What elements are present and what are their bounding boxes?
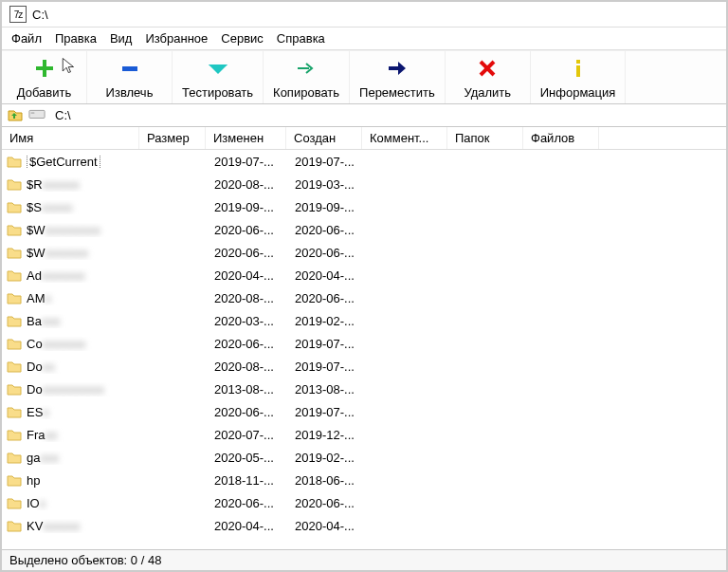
up-folder-button[interactable] xyxy=(8,106,23,124)
folder-icon xyxy=(6,473,23,487)
cell-created: 2019-09-... xyxy=(295,200,371,214)
cell-name: $GetCurrent xyxy=(27,155,148,169)
cell-modified: 2020-06-... xyxy=(214,337,295,351)
cell-created: 2013-08-... xyxy=(295,382,371,397)
cell-modified: 2020-07-... xyxy=(214,428,295,442)
toolbar: Добавить Извлечь Тестировать Копировать xyxy=(2,50,726,104)
info-button[interactable]: Информация xyxy=(531,51,627,103)
add-button[interactable]: Добавить xyxy=(2,51,87,103)
table-row[interactable]: hp2018-11-...2018-06-... xyxy=(2,469,726,491)
cell-name: Fraxx xyxy=(27,428,148,442)
col-comment[interactable]: Коммент... xyxy=(362,127,447,149)
cell-modified: 2020-08-... xyxy=(214,291,295,305)
cell-name: Doxx xyxy=(27,360,148,374)
copy-button[interactable]: Копировать xyxy=(264,51,350,103)
cell-modified: 2013-08-... xyxy=(214,382,295,397)
check-icon xyxy=(207,57,229,83)
cell-modified: 2020-04-... xyxy=(214,519,295,533)
folder-icon xyxy=(6,428,23,441)
table-row[interactable]: $Rxxxxxx2020-08-...2019-03-... xyxy=(2,173,726,195)
cell-name: ESx xyxy=(27,405,148,419)
menu-file[interactable]: Файл xyxy=(11,31,42,46)
cell-created: 2020-04-... xyxy=(295,268,371,283)
table-row[interactable]: KVxxxxxx2020-04-...2020-04-... xyxy=(2,514,726,537)
svg-marker-1 xyxy=(209,65,228,74)
col-created[interactable]: Создан xyxy=(286,127,362,149)
cell-modified: 2020-06-... xyxy=(214,223,295,237)
table-row[interactable]: Coxxxxxxx2020-06-...2019-07-... xyxy=(2,332,726,355)
cell-name: $Wxxxxxxxxx xyxy=(27,223,148,237)
cell-modified: 2020-08-... xyxy=(214,177,295,192)
table-row[interactable]: AMx2020-08-...2020-06-... xyxy=(2,286,726,309)
svg-rect-3 xyxy=(31,112,35,114)
cell-name: Doxxxxxxxxxx xyxy=(27,382,148,397)
move-button[interactable]: Переместить xyxy=(350,51,446,103)
extract-button[interactable]: Извлечь xyxy=(87,51,173,103)
folder-icon xyxy=(6,337,23,350)
folder-icon xyxy=(6,519,23,532)
table-row[interactable]: Doxx2020-08-...2019-07-... xyxy=(2,355,726,378)
folder-icon xyxy=(6,246,23,259)
menu-edit[interactable]: Правка xyxy=(55,31,97,46)
col-size[interactable]: Размер xyxy=(139,127,206,149)
cell-modified: 2020-03-... xyxy=(214,314,295,328)
menu-help[interactable]: Справка xyxy=(277,31,325,46)
cell-name: Adxxxxxxx xyxy=(27,268,148,283)
cell-name: $Rxxxxxx xyxy=(27,177,148,192)
folder-icon xyxy=(6,360,23,373)
cell-name: AMx xyxy=(27,291,148,305)
svg-rect-0 xyxy=(122,66,137,71)
col-files[interactable]: Файлов xyxy=(523,127,599,149)
cell-modified: 2020-08-... xyxy=(214,360,295,374)
cell-created: 2020-06-... xyxy=(295,223,371,237)
drive-icon xyxy=(28,107,46,123)
cell-created: 2019-03-... xyxy=(295,177,371,192)
file-list[interactable]: Имя Размер Изменен Создан Коммент... Пап… xyxy=(2,127,726,549)
cell-modified: 2020-04-... xyxy=(214,268,295,283)
delete-button[interactable]: Удалить xyxy=(446,51,531,103)
cell-modified: 2019-07-... xyxy=(214,155,295,169)
folder-icon xyxy=(6,291,23,304)
menu-tools[interactable]: Сервис xyxy=(221,31,264,46)
minus-icon xyxy=(118,57,141,83)
col-folders[interactable]: Папок xyxy=(447,127,523,149)
move-label: Переместить xyxy=(359,85,435,100)
cell-created: 2019-02-... xyxy=(295,314,371,328)
test-button[interactable]: Тестировать xyxy=(173,51,264,103)
cell-name: $Wxxxxxxx xyxy=(27,246,148,260)
arrow-right-solid-icon xyxy=(386,57,409,83)
cell-name: IOx xyxy=(27,496,148,510)
table-row[interactable]: $Wxxxxxxxxx2020-06-...2020-06-... xyxy=(2,218,726,241)
table-row[interactable]: $GetCurrent2019-07-...2019-07-... xyxy=(2,150,726,173)
folder-icon xyxy=(6,451,23,464)
path-input[interactable]: C:\ xyxy=(51,106,720,124)
table-row[interactable]: Adxxxxxxx2020-04-...2020-04-... xyxy=(2,264,726,286)
folder-icon xyxy=(6,223,23,236)
table-row[interactable]: gaxxx2020-05-...2019-02-... xyxy=(2,446,726,469)
cell-created: 2020-06-... xyxy=(295,246,371,260)
table-row[interactable]: Baxxx2020-03-...2019-02-... xyxy=(2,309,726,332)
table-row[interactable]: IOx2020-06-...2020-06-... xyxy=(2,491,726,514)
col-name[interactable]: Имя xyxy=(2,127,139,149)
cell-created: 2019-07-... xyxy=(295,337,371,351)
folder-icon xyxy=(6,177,23,191)
cell-modified: 2020-06-... xyxy=(214,496,295,510)
cell-created: 2019-12-... xyxy=(295,428,371,442)
table-row[interactable]: Fraxx2020-07-...2019-12-... xyxy=(2,423,726,446)
col-modified[interactable]: Изменен xyxy=(206,127,286,149)
delete-label: Удалить xyxy=(464,85,511,100)
table-row[interactable]: ESx2020-06-...2019-07-... xyxy=(2,400,726,423)
plus-icon xyxy=(33,57,56,83)
window-title: C:\ xyxy=(32,8,48,22)
table-row[interactable]: $Sxxxxx2019-09-...2019-09-... xyxy=(2,195,726,218)
add-label: Добавить xyxy=(17,85,71,100)
menu-view[interactable]: Вид xyxy=(110,31,133,46)
table-row[interactable]: Doxxxxxxxxxx2013-08-...2013-08-... xyxy=(2,378,726,400)
cell-name: hp xyxy=(27,473,148,488)
cell-modified: 2019-09-... xyxy=(214,200,295,214)
menu-favorites[interactable]: Избранное xyxy=(145,31,208,46)
table-row[interactable]: $Wxxxxxxx2020-06-...2020-06-... xyxy=(2,241,726,264)
cell-name: $Sxxxxx xyxy=(27,200,148,214)
titlebar: 7z C:\ xyxy=(2,2,726,28)
cell-modified: 2018-11-... xyxy=(214,473,295,488)
